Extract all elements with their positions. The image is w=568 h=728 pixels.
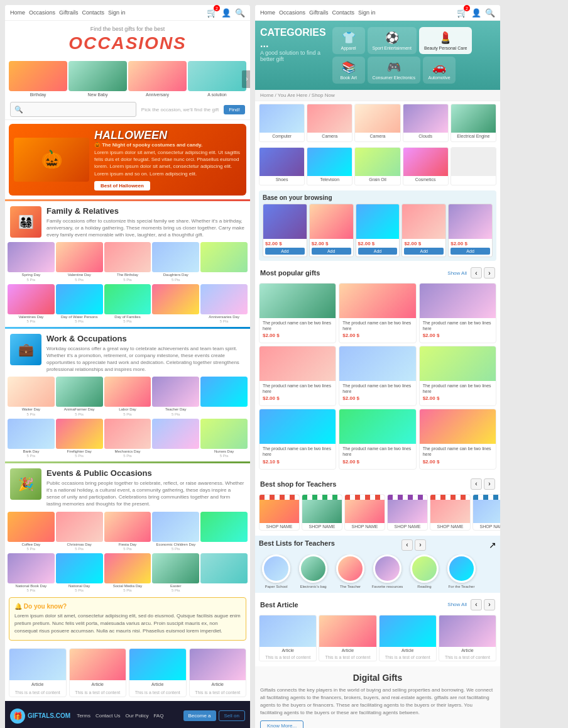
browse-item-1[interactable]: $2.00 $ Add [309, 204, 354, 257]
footer-policy[interactable]: Our Policy [126, 713, 149, 719]
occasions-next-arrow[interactable]: › [242, 70, 250, 88]
article-right-3[interactable]: ArticleThis is a test of content [439, 615, 496, 661]
article-right-2[interactable]: ArticleThis is a test of content [379, 615, 437, 661]
events-item-1[interactable]: Christmas Day5 Pts [56, 512, 103, 551]
search-input[interactable] [23, 106, 132, 113]
shop-5[interactable]: SHOP NAME [472, 494, 500, 531]
article-3[interactable]: Article This is a test of content [189, 648, 247, 697]
list-0[interactable]: Paper School [259, 554, 293, 589]
events-item-0[interactable]: Coffee Day5 Pts [8, 512, 55, 551]
shop-2[interactable]: SHOP NAME [344, 494, 385, 531]
product-8[interactable]: Cosmetics [403, 147, 449, 185]
footer-faq[interactable]: FAQ [153, 713, 163, 719]
list-4[interactable]: Reading [407, 554, 442, 589]
events-item-3[interactable]: Economic Children Day5 Pts [152, 512, 199, 551]
right-cart-button[interactable]: 🛒 2 [457, 8, 467, 18]
nav-occasions[interactable]: Occasions [29, 9, 55, 16]
cat-tag-sport[interactable]: ⚽ Sport Entertainment [368, 27, 417, 54]
nav-signin[interactable]: Sign in [108, 9, 126, 16]
sell-button[interactable]: Sell on [219, 710, 245, 721]
gift-3[interactable]: The product name can be two lines here$2… [259, 346, 336, 406]
rnav-giftrails[interactable]: Giftrails [309, 9, 329, 16]
product-3[interactable]: Clouds [403, 104, 449, 142]
lists-next[interactable]: › [415, 539, 426, 551]
browse-item-4[interactable]: $2.00 $ Add [448, 204, 493, 257]
footer-terms[interactable]: Terms [77, 713, 90, 719]
family-item-6[interactable]: Day of Water Persons5 Pts [56, 284, 103, 323]
list-3[interactable]: Favorite resources [370, 554, 405, 589]
browse-btn-2[interactable]: Add [358, 248, 398, 255]
occasion-solution[interactable]: A solution [188, 61, 246, 97]
digital-btn[interactable]: Know More... [260, 720, 303, 728]
cart-button[interactable]: 🛒 2 [207, 8, 217, 18]
work-item-9[interactable]: Nurses Day5 Pts [200, 419, 248, 458]
cat-tag-electronics[interactable]: 🎮 Consumer Electronics [368, 57, 420, 84]
shop-0[interactable]: SHOP NAME [259, 494, 300, 531]
work-item-2[interactable]: Labor Day5 Pts [104, 377, 151, 416]
article-1[interactable]: Article This is a test of content [69, 648, 127, 697]
product-5[interactable]: Shoes [259, 147, 305, 185]
work-item-6[interactable]: Firefighter Day5 Pts [56, 419, 103, 458]
work-item-1[interactable]: AnimaFarmer Day5 Pts [56, 377, 103, 416]
halloween-button[interactable]: Best of Halloween [94, 181, 150, 190]
search-button[interactable]: Find! [224, 105, 245, 114]
product-0[interactable]: Computer [259, 104, 305, 142]
events-item-8[interactable]: Easter5 Pts [152, 553, 199, 592]
shops-next[interactable]: › [484, 478, 495, 490]
browse-btn-0[interactable]: Add [265, 248, 305, 255]
events-item-5[interactable]: National Book Day5 Pts [8, 553, 55, 592]
lists-prev[interactable]: ‹ [401, 539, 413, 551]
gift-5[interactable]: The product name can be two lines here$2… [419, 346, 496, 406]
popular-next[interactable]: › [484, 267, 495, 279]
work-item-7[interactable]: Mechanics Day5 Pts [104, 419, 151, 458]
article-0[interactable]: Article This is a test of content [9, 648, 67, 697]
family-item-2[interactable]: The Birthday5 Pts [104, 242, 151, 281]
user-icon[interactable]: 👤 [221, 8, 231, 18]
events-item-4[interactable] [200, 512, 248, 551]
article-2[interactable]: Article This is a test of content [129, 648, 187, 697]
family-item-5[interactable]: Valentines Day5 Pts [8, 284, 55, 323]
search-icon[interactable]: 🔍 [235, 8, 245, 18]
rnav-occasions[interactable]: Occasions [279, 9, 305, 16]
cat-tag-beauty[interactable]: 💄 Beauty Personal Care [419, 27, 472, 54]
gift-7[interactable]: The product name can be two lines here$2… [339, 409, 416, 469]
list-5[interactable]: For the Teacher [444, 554, 479, 589]
family-item-3[interactable]: Daughters Day5 Pts [152, 242, 199, 281]
family-item-0[interactable]: Spring Day5 Pts [8, 242, 55, 281]
gift-6[interactable]: The product name can be two lines here$2… [259, 409, 336, 469]
events-item-9[interactable] [200, 553, 248, 592]
article-right-1[interactable]: ArticleThis is a test of content [319, 615, 376, 661]
occasion-anniversary[interactable]: Anniversary [128, 61, 187, 97]
product-7[interactable]: Grain Oil [354, 147, 400, 185]
family-item-8[interactable] [152, 284, 199, 323]
events-item-7[interactable]: Social Media Day5 Pts [104, 553, 151, 592]
product-1[interactable]: Camera [307, 104, 352, 142]
list-2[interactable]: The Teacher [333, 554, 368, 589]
events-item-6[interactable]: National Day5 Pts [56, 553, 103, 592]
gift-4[interactable]: The product name can be two lines here$2… [339, 346, 416, 406]
browse-item-3[interactable]: $2.00 $ Add [401, 204, 446, 257]
gift-8[interactable]: The product name can be two lines here$2… [419, 409, 496, 469]
article-prev[interactable]: ‹ [471, 599, 482, 610]
gift-0[interactable]: The product name can be two lines here$2… [259, 283, 336, 343]
footer-contact[interactable]: Contact Us [96, 713, 121, 719]
work-item-5[interactable]: Bank Day5 Pts [8, 419, 55, 458]
work-item-3[interactable]: Teacher Day5 Pts [152, 377, 199, 416]
cat-tag-book[interactable]: 📚 Book Art [332, 57, 365, 84]
right-search-icon[interactable]: 🔍 [485, 8, 495, 18]
popular-show-all[interactable]: Show All [447, 270, 467, 276]
article-right-0[interactable]: ArticleThis is a test of content [259, 615, 317, 661]
family-item-9[interactable]: Anniversaries Day5 Pts [200, 284, 248, 323]
product-4[interactable]: Electrical Engine [451, 104, 496, 142]
family-item-1[interactable]: Valentine Day5 Pts [56, 242, 103, 281]
cat-tag-apparel[interactable]: 👕 Apparel [332, 27, 365, 54]
family-item-4[interactable] [200, 242, 248, 281]
nav-home[interactable]: Home [10, 9, 25, 16]
browse-btn-3[interactable]: Add [404, 248, 444, 255]
article-show-all[interactable]: Show All [447, 602, 467, 607]
become-button[interactable]: Become a [183, 710, 216, 721]
browse-btn-4[interactable]: Add [451, 248, 490, 255]
nav-giftrails[interactable]: Giftrails [59, 9, 79, 16]
family-item-7[interactable]: Day of Families5 Pts [104, 284, 151, 323]
rnav-home[interactable]: Home [260, 9, 275, 16]
